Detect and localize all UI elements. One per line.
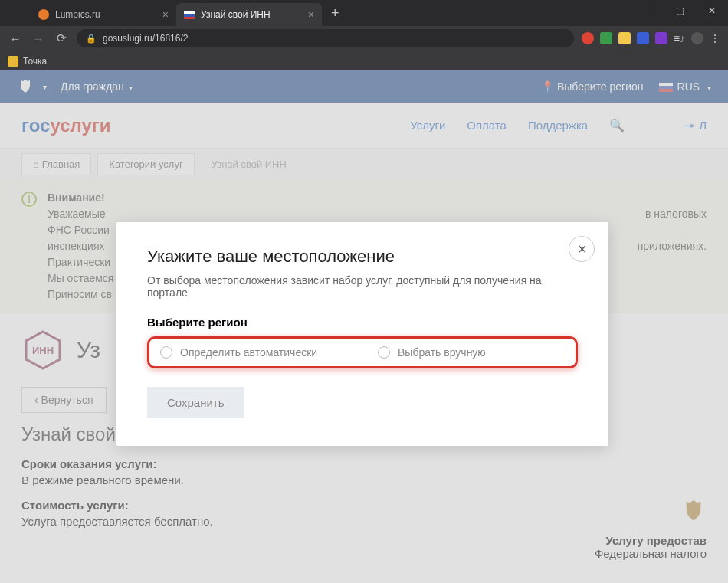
- extension-icon[interactable]: [600, 32, 612, 44]
- location-modal: ✕ Укажите ваше местоположение От выбора …: [116, 222, 608, 446]
- bookmarks-bar: Точка: [0, 51, 728, 70]
- nav-reload-icon[interactable]: ⟳: [54, 31, 69, 45]
- address-bar[interactable]: 🔒 gosuslugi.ru/16816/2: [77, 29, 574, 47]
- modal-title: Укажите ваше местоположение: [147, 247, 578, 267]
- radio-manual[interactable]: Выбрать вручную: [378, 346, 565, 359]
- radio-icon: [160, 346, 172, 359]
- browser-tab-active[interactable]: Узнай свой ИНН ×: [176, 3, 322, 26]
- favicon-icon: [184, 9, 195, 20]
- modal-subtitle: От выбора местоположения зависит набор у…: [147, 274, 578, 299]
- region-options-highlighted: Определить автоматически Выбрать вручную: [147, 336, 578, 368]
- radio-auto-detect[interactable]: Определить автоматически: [160, 346, 347, 359]
- lock-icon: 🔒: [86, 34, 97, 44]
- bookmark-folder-icon: [8, 56, 18, 67]
- tab-title: Lumpics.ru: [55, 9, 100, 20]
- extension-icon[interactable]: [618, 32, 631, 44]
- tab-close-icon[interactable]: ×: [162, 8, 169, 21]
- tab-close-icon[interactable]: ×: [308, 8, 314, 21]
- browser-chrome: ─ ▢ ✕ Lumpics.ru × Узнай свой ИНН × + ← …: [0, 0, 728, 51]
- extension-icon[interactable]: [655, 32, 667, 44]
- browser-tab[interactable]: Lumpics.ru ×: [31, 3, 176, 26]
- profile-avatar[interactable]: [691, 32, 703, 44]
- browser-menu-icon[interactable]: ⋮: [710, 32, 720, 44]
- extension-icon[interactable]: [637, 32, 649, 44]
- new-tab-button[interactable]: +: [331, 5, 339, 21]
- save-button[interactable]: Сохранить: [147, 387, 244, 418]
- window-maximize[interactable]: ▢: [664, 0, 696, 21]
- nav-back-icon[interactable]: ←: [8, 32, 23, 45]
- region-label: Выберите регион: [147, 316, 578, 329]
- radio-icon: [378, 346, 390, 359]
- bookmark-item[interactable]: Точка: [23, 56, 47, 67]
- modal-close-button[interactable]: ✕: [569, 236, 595, 262]
- window-close[interactable]: ✕: [696, 0, 728, 21]
- playlist-icon[interactable]: ≡♪: [674, 32, 685, 44]
- extension-icon[interactable]: [582, 32, 594, 44]
- favicon-icon: [38, 9, 49, 20]
- window-minimize[interactable]: ─: [631, 0, 664, 21]
- tab-title: Узнай свой ИНН: [201, 9, 271, 20]
- nav-forward-icon[interactable]: →: [31, 32, 46, 45]
- url-text: gosuslugi.ru/16816/2: [103, 33, 188, 44]
